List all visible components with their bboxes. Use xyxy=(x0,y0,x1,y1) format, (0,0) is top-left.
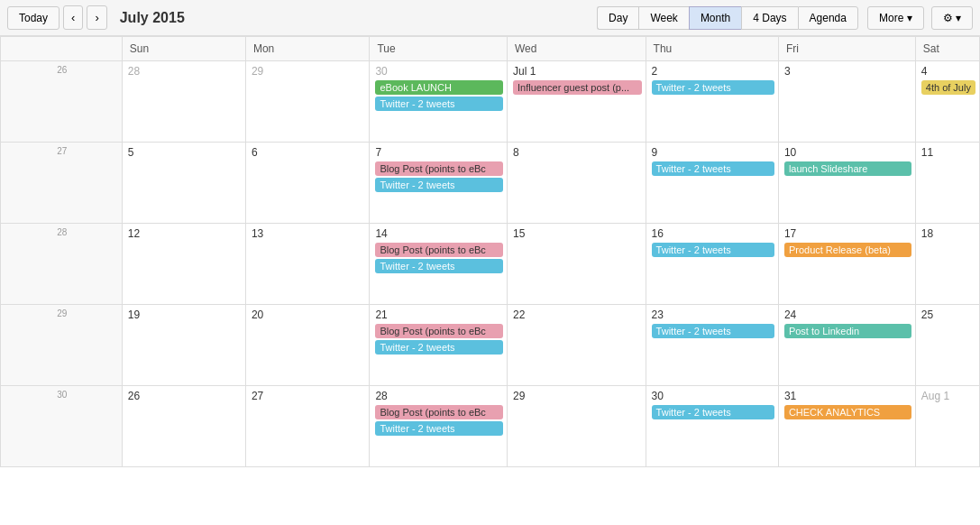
calendar-event[interactable]: Twitter - 2 tweets xyxy=(652,405,774,419)
calendar-cell[interactable]: 10launch Slideshare xyxy=(778,143,915,224)
calendar-event[interactable]: Twitter - 2 tweets xyxy=(375,178,503,192)
day-number: 31 xyxy=(784,390,911,402)
calendar-cell[interactable]: 7Blog Post (points to eBcTwitter - 2 twe… xyxy=(370,143,508,224)
header-sun: Sun xyxy=(122,37,245,61)
calendar-event[interactable]: Twitter - 2 tweets xyxy=(375,259,503,273)
day-number: 23 xyxy=(652,309,774,321)
day-number: 11 xyxy=(921,146,975,159)
calendar-event[interactable]: Twitter - 2 tweets xyxy=(652,324,774,338)
next-button[interactable]: › xyxy=(87,5,106,30)
calendar-cell[interactable]: 3 xyxy=(778,61,915,143)
calendar-cell[interactable]: 6 xyxy=(245,143,370,224)
day-number: Jul 1 xyxy=(513,65,642,78)
calendar-cell[interactable]: 23Twitter - 2 tweets xyxy=(646,305,778,386)
day-number: 13 xyxy=(252,227,366,240)
day-number: 10 xyxy=(784,146,911,159)
calendar-cell[interactable]: 19 xyxy=(122,305,245,386)
day-number: 16 xyxy=(652,227,774,240)
calendar-cell[interactable]: 8 xyxy=(508,143,646,224)
calendar-cell[interactable]: 27 xyxy=(245,386,370,467)
day-view-button[interactable]: Day xyxy=(597,6,638,30)
week-number: 29 xyxy=(1,305,123,386)
calendar-event[interactable]: Twitter - 2 tweets xyxy=(652,80,774,95)
header-mon: Mon xyxy=(245,37,370,61)
day-number: 30 xyxy=(375,65,503,78)
calendar-cell[interactable]: 18 xyxy=(915,224,979,305)
week-view-button[interactable]: Week xyxy=(638,6,688,30)
header-sat: Sat xyxy=(915,37,979,61)
calendar-cell[interactable]: 26 xyxy=(122,386,245,467)
calendar-cell[interactable]: 20 xyxy=(245,305,370,386)
week-num-header xyxy=(1,37,123,61)
calendar-event[interactable]: 4th of July xyxy=(921,80,975,95)
agenda-view-button[interactable]: Agenda xyxy=(798,6,858,30)
week-number: 27 xyxy=(1,143,123,224)
day-number: 14 xyxy=(375,227,503,240)
calendar-event[interactable]: CHECK ANALYTICS xyxy=(784,405,911,419)
header-wed: Wed xyxy=(508,37,646,61)
calendar-cell[interactable]: 44th of July xyxy=(915,61,979,143)
day-number: 28 xyxy=(128,65,242,78)
calendar-cell[interactable]: 11 xyxy=(915,143,979,224)
day-number: 19 xyxy=(128,309,242,321)
day-number: 29 xyxy=(252,65,366,78)
calendar-cell[interactable]: 13 xyxy=(245,224,370,305)
calendar-event[interactable]: Blog Post (points to eBc xyxy=(375,161,503,176)
calendar-cell[interactable]: 31CHECK ANALYTICS xyxy=(778,386,915,467)
calendar-cell[interactable]: 21Blog Post (points to eBcTwitter - 2 tw… xyxy=(370,305,508,386)
view-group: Day Week Month 4 Days Agenda xyxy=(597,6,858,30)
day-number: 25 xyxy=(921,309,975,321)
toolbar: Today ‹ › July 2015 Day Week Month 4 Day… xyxy=(0,0,980,36)
calendar-cell[interactable]: 28 xyxy=(122,61,245,143)
calendar-cell[interactable]: 9Twitter - 2 tweets xyxy=(646,143,778,224)
calendar-cell[interactable]: 30eBook LAUNCHTwitter - 2 tweets xyxy=(370,61,508,143)
day-number: 29 xyxy=(513,390,642,402)
calendar-event[interactable]: eBook LAUNCH xyxy=(375,80,503,95)
month-view-button[interactable]: Month xyxy=(689,6,741,30)
calendar-event[interactable]: Blog Post (points to eBc xyxy=(375,324,503,338)
calendar-event[interactable]: launch Slideshare xyxy=(784,161,911,176)
calendar-event[interactable]: Twitter - 2 tweets xyxy=(375,421,503,436)
calendar-event[interactable]: Product Release (beta) xyxy=(784,243,911,257)
calendar-cell[interactable]: Jul 1Influencer guest post (p... xyxy=(508,61,646,143)
calendar-cell[interactable]: 12 xyxy=(122,224,245,305)
calendar-event[interactable]: Twitter - 2 tweets xyxy=(652,243,774,257)
calendar-cell[interactable]: 5 xyxy=(122,143,245,224)
day-number: 3 xyxy=(784,65,911,78)
week-number: 30 xyxy=(1,386,123,467)
day-number: 9 xyxy=(652,146,774,159)
calendar-cell[interactable]: 16Twitter - 2 tweets xyxy=(646,224,778,305)
day-number: 27 xyxy=(252,390,366,402)
calendar-cell[interactable]: 29 xyxy=(508,386,646,467)
calendar-cell[interactable]: 2Twitter - 2 tweets xyxy=(646,61,778,143)
settings-button[interactable]: ⚙ ▾ xyxy=(931,6,973,30)
more-button[interactable]: More ▾ xyxy=(867,6,924,30)
calendar-event[interactable]: Influencer guest post (p... xyxy=(513,80,642,95)
calendar-title: July 2015 xyxy=(120,10,185,26)
day-number: 22 xyxy=(513,309,642,321)
calendar-event[interactable]: Twitter - 2 tweets xyxy=(652,161,774,176)
calendar-event[interactable]: Blog Post (points to eBc xyxy=(375,243,503,257)
calendar-cell[interactable]: 24Post to Linkedin xyxy=(778,305,915,386)
day-number: 6 xyxy=(252,146,366,159)
prev-button[interactable]: ‹ xyxy=(63,5,83,30)
calendar-event[interactable]: Twitter - 2 tweets xyxy=(375,340,503,355)
today-button[interactable]: Today xyxy=(7,6,60,30)
calendar-cell[interactable]: 22 xyxy=(508,305,646,386)
calendar-event[interactable]: Blog Post (points to eBc xyxy=(375,405,503,419)
day-number: 4 xyxy=(921,65,975,78)
calendar-cell[interactable]: Aug 1 xyxy=(915,386,979,467)
calendar-cell[interactable]: 17Product Release (beta) xyxy=(778,224,915,305)
week-number: 26 xyxy=(1,61,123,143)
calendar-event[interactable]: Twitter - 2 tweets xyxy=(375,97,503,111)
header-thu: Thu xyxy=(646,37,778,61)
calendar-cell[interactable]: 14Blog Post (points to eBcTwitter - 2 tw… xyxy=(370,224,508,305)
day-number: 5 xyxy=(128,146,242,159)
calendar-cell[interactable]: 15 xyxy=(508,224,646,305)
calendar-event[interactable]: Post to Linkedin xyxy=(784,324,911,338)
calendar-cell[interactable]: 30Twitter - 2 tweets xyxy=(646,386,778,467)
calendar-cell[interactable]: 28Blog Post (points to eBcTwitter - 2 tw… xyxy=(370,386,508,467)
calendar-cell[interactable]: 29 xyxy=(245,61,370,143)
calendar-cell[interactable]: 25 xyxy=(915,305,979,386)
four-days-view-button[interactable]: 4 Days xyxy=(741,6,797,30)
